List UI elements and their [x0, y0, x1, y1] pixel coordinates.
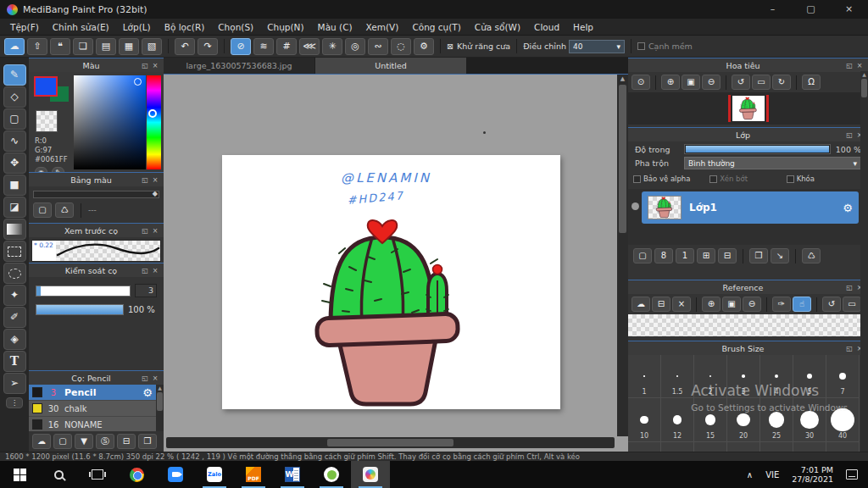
text-tool[interactable]: T: [3, 351, 26, 372]
reference-reset-button[interactable]: ▭: [843, 297, 861, 312]
task-view-button[interactable]: [78, 461, 117, 488]
navigator-header[interactable]: Hoa tiêu ◱ ×: [628, 58, 868, 72]
taskbar-chrome[interactable]: [117, 461, 156, 488]
bucket-tool[interactable]: ◪: [3, 197, 26, 218]
antialias-checkbox[interactable]: ⊠: [447, 42, 453, 51]
canvas-vertical-scrollbar[interactable]: ▲: [617, 75, 628, 436]
popout-icon[interactable]: ◱: [844, 284, 854, 291]
brush-size-cell[interactable]: 2: [694, 355, 727, 398]
polyline-tool[interactable]: ∿: [3, 130, 26, 152]
taskbar-clock[interactable]: 7:01 PM 27/8/2021: [792, 465, 833, 484]
start-button[interactable]: [0, 461, 39, 488]
brush-size-cell[interactable]: 30: [793, 398, 826, 442]
snap-radial-button[interactable]: ✳: [322, 38, 342, 55]
redo-button[interactable]: ↷: [198, 38, 218, 55]
fill-rect-tool[interactable]: ■: [3, 175, 26, 196]
undo-button[interactable]: ↶: [175, 38, 195, 55]
brush-duplicate-button[interactable]: ❐: [138, 434, 157, 449]
brush-opacity-slider[interactable]: [36, 304, 124, 315]
document-settings-button[interactable]: ▦: [119, 38, 139, 55]
brush-size-cell[interactable]: 7: [826, 355, 860, 398]
reference-hand-button[interactable]: ☝: [793, 297, 811, 312]
clipping-checkbox[interactable]: [709, 175, 717, 183]
minimize-button[interactable]: –: [754, 0, 792, 19]
brush-size-cell[interactable]: [793, 442, 826, 452]
brush-size-cell[interactable]: 4: [760, 355, 793, 398]
brush-script-button[interactable]: Ⓢ: [96, 434, 114, 449]
popout-icon[interactable]: ◱: [844, 62, 854, 69]
transparent-swatch[interactable]: [36, 110, 58, 132]
brush-size-cell[interactable]: 3: [727, 355, 760, 398]
menu-item[interactable]: Cloud: [527, 22, 566, 32]
close-icon[interactable]: ×: [150, 267, 160, 274]
layer-1bit-button[interactable]: 1: [676, 248, 694, 263]
layer-opacity-slider[interactable]: [684, 144, 831, 154]
layer-visibility-icon[interactable]: [632, 202, 639, 210]
brush-size-cell[interactable]: [661, 442, 694, 452]
soft-edge-checkbox[interactable]: [637, 42, 645, 50]
brush-size-cell[interactable]: [826, 442, 860, 452]
hue-slider[interactable]: [147, 75, 161, 169]
snap-concentric-button[interactable]: ◎: [345, 38, 365, 55]
blend-mode-select[interactable]: Bình thường ▾: [684, 157, 861, 169]
layer-new-button[interactable]: ▢: [633, 248, 652, 263]
select-eraser-tool[interactable]: ◈: [3, 329, 26, 350]
taskbar-search-button[interactable]: [39, 461, 78, 488]
close-icon[interactable]: ×: [150, 227, 160, 235]
taskbar-zalo[interactable]: Zalo: [195, 461, 234, 488]
menu-item[interactable]: Lớp(L): [116, 22, 158, 32]
export-button[interactable]: ⇧: [27, 38, 47, 55]
scrollbar-thumb[interactable]: [327, 439, 453, 446]
zoom-in-button[interactable]: ⊕: [661, 75, 680, 90]
saturation-value-picker[interactable]: [74, 75, 146, 169]
scrollbar-thumb[interactable]: [619, 85, 626, 233]
brush-list-scrollbar[interactable]: ▲: [156, 385, 164, 431]
reference-clear-button[interactable]: ×: [672, 297, 691, 312]
language-indicator[interactable]: VIE: [765, 470, 779, 480]
move-tool[interactable]: ✥: [3, 152, 26, 174]
snap-parallel-button[interactable]: ≋: [253, 38, 274, 55]
material-button[interactable]: ▧: [142, 38, 162, 55]
menu-item[interactable]: Chỉnh sửa(E): [46, 22, 116, 32]
rotate-reset-button[interactable]: ▭: [752, 75, 771, 90]
cloud-sync-button[interactable]: ☁: [4, 38, 25, 55]
brush-size-cell[interactable]: [694, 442, 727, 452]
brush-size-cell[interactable]: [727, 442, 760, 452]
canvas-viewport[interactable]: @LENAMIN #HD247: [164, 75, 628, 452]
brush-size-cell[interactable]: 10: [628, 398, 661, 442]
brush-size-header[interactable]: Brush Size ◱ ×: [628, 341, 868, 355]
scrollbar-thumb[interactable]: [157, 392, 163, 411]
navigator-thumbnail[interactable]: [732, 96, 765, 121]
brush-tool[interactable]: ✎: [3, 64, 26, 86]
layer-add-folder-button[interactable]: ⊞: [697, 248, 715, 263]
menu-item[interactable]: Help: [566, 22, 600, 32]
close-icon[interactable]: ×: [854, 62, 865, 69]
more-tools-button[interactable]: ⋮: [6, 397, 23, 408]
scroll-up-icon[interactable]: ▲: [158, 385, 162, 391]
palette-new-button[interactable]: ▢: [33, 202, 52, 218]
layer-folder-button[interactable]: ⊟: [718, 248, 737, 263]
brush-control-header[interactable]: Kiểm soát cọ ◱ ×: [29, 263, 164, 277]
popout-icon[interactable]: ◱: [140, 374, 150, 382]
lock-checkbox[interactable]: [787, 175, 794, 183]
popout-icon[interactable]: ◱: [140, 227, 150, 235]
brush-size-cell[interactable]: [760, 442, 793, 452]
eraser-tool[interactable]: ◇: [3, 86, 26, 108]
menu-item[interactable]: Xem(V): [359, 22, 406, 32]
rotate-ccw-button[interactable]: ↺: [732, 75, 750, 90]
snap-vanishing-button[interactable]: ⋘: [299, 38, 320, 55]
close-button[interactable]: ×: [830, 0, 868, 19]
reference-rotate-button[interactable]: ↺: [822, 297, 841, 312]
brush-size-slider[interactable]: [36, 286, 131, 297]
zoom-fit-button[interactable]: ▣: [682, 75, 700, 90]
snap-ellipse-button[interactable]: ◌: [391, 38, 411, 55]
notification-center-icon[interactable]: [846, 469, 858, 480]
brush-list-header[interactable]: Cọ: Pencil ◱ ×: [29, 371, 164, 385]
drawing-page[interactable]: @LENAMIN #HD247: [222, 155, 560, 409]
menu-item[interactable]: Chọn(S): [211, 22, 260, 32]
rotate-cw-button[interactable]: ↻: [772, 75, 791, 90]
brush-list-item[interactable]: 16 NONAME: [29, 417, 156, 431]
taskbar-medibang[interactable]: [351, 461, 390, 488]
layer-trash-button[interactable]: ♺: [802, 248, 821, 263]
object-select-tool[interactable]: ➢: [3, 373, 26, 394]
